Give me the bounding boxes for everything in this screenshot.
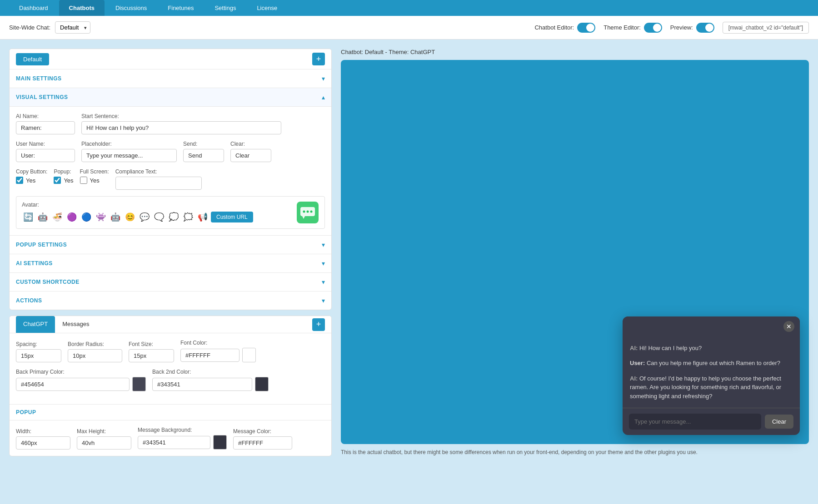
clear-label: Clear: (230, 141, 271, 147)
avatar-icon-3[interactable]: 🟣 (65, 211, 78, 223)
chat-text-input[interactable] (629, 414, 761, 430)
shortcode-box: [mwai_chatbot_v2 id="default"] (723, 22, 809, 34)
theme-tab-messages[interactable]: Messages (55, 316, 96, 333)
ai-name-row: AI Name: Start Sentence: (16, 113, 325, 134)
chatbot-card-header: Default + (10, 49, 331, 69)
font-color-input[interactable] (180, 349, 239, 362)
avatar-icon-11[interactable]: 🗯️ (182, 211, 195, 223)
back-primary-input[interactable] (16, 378, 130, 391)
max-height-input[interactable] (77, 436, 131, 450)
start-sentence-label: Start Sentence: (81, 113, 281, 119)
copy-button-checkbox[interactable] (16, 177, 23, 184)
main-settings-chevron: ▾ (322, 75, 325, 82)
visual-settings-title: VISUAL SETTINGS (16, 94, 68, 100)
avatar-icon-7[interactable]: 😊 (124, 211, 136, 223)
spacing-group: Spacing: (16, 341, 61, 362)
width-input[interactable] (16, 436, 70, 450)
user-role-label: User: (630, 360, 645, 366)
popup-settings-row[interactable]: POPUP SETTINGS ▾ (10, 236, 331, 254)
preview-note: This is the actual chatbot, but there mi… (341, 449, 809, 456)
avatar-left: Avatar: 🔄 🤖 🍜 🟣 🔵 👾 🤖 😊 💬 🗨️ (22, 202, 253, 223)
svg-point-4 (310, 211, 313, 213)
avatar-icon-0[interactable]: 🔄 (22, 211, 35, 223)
chat-messages: AI: Hi! How can I help you? User: Can yo… (623, 336, 800, 408)
clear-input[interactable] (230, 149, 271, 162)
msg-bg-input[interactable] (138, 436, 210, 449)
theme-tab-chatgpt[interactable]: ChatGPT (16, 316, 55, 333)
chat-clear-button[interactable]: Clear (765, 415, 793, 429)
custom-url-button[interactable]: Custom URL (211, 212, 253, 222)
chat-close-button[interactable]: ✕ (783, 321, 794, 332)
user-name-input[interactable] (16, 149, 75, 162)
avatar-icon-1[interactable]: 🤖 (36, 211, 49, 223)
nav-tab-dashboard[interactable]: Dashboard (9, 0, 58, 16)
font-color-preview[interactable] (242, 348, 256, 362)
theme-editor-toggle[interactable] (644, 23, 662, 33)
back-2nd-input[interactable] (152, 378, 252, 391)
nav-tab-finetunes[interactable]: Finetunes (158, 0, 204, 16)
user-msg-text: Can you help me figure out which Ramen t… (647, 360, 780, 366)
popup-checkbox-group: Yes (54, 177, 73, 184)
main-settings-row[interactable]: MAIN SETTINGS ▾ (10, 69, 331, 88)
site-bar: Site-Wide Chat: Default Chatbot Editor: … (0, 16, 818, 40)
default-tab[interactable]: Default (16, 53, 49, 65)
preview-toggle[interactable] (696, 23, 714, 33)
compliance-text-input[interactable] (115, 177, 202, 190)
width-group: Width: (16, 428, 70, 450)
site-wide-select[interactable]: Default (55, 21, 90, 34)
max-height-label: Max Height: (77, 428, 131, 435)
chatbot-editor-toggle[interactable] (577, 23, 595, 33)
back-primary-preview[interactable] (132, 377, 146, 391)
nav-tab-discussions[interactable]: Discussions (105, 0, 157, 16)
send-input[interactable] (183, 149, 224, 162)
font-size-label: Font Size: (129, 341, 174, 347)
actions-title: ACTIONS (16, 297, 42, 304)
add-theme-button[interactable]: + (312, 318, 325, 331)
copy-button-checkbox-group: Yes (16, 177, 47, 184)
popup-checkbox[interactable] (54, 177, 61, 184)
nav-tab-license[interactable]: License (247, 0, 287, 16)
visual-settings-row[interactable]: VISUAL SETTINGS ▴ (10, 88, 331, 107)
avatar-icon-12[interactable]: 📢 (196, 211, 209, 223)
avatar-icon-6[interactable]: 🤖 (109, 211, 122, 223)
avatar-icon-2[interactable]: 🍜 (51, 211, 64, 223)
font-size-input[interactable] (129, 349, 174, 362)
compliance-text-group: Compliance Text: (115, 168, 202, 190)
main-content: Default + MAIN SETTINGS ▾ VISUAL SETTING… (0, 40, 818, 465)
ai-settings-row[interactable]: AI SETTINGS ▾ (10, 254, 331, 273)
spacing-input[interactable] (16, 349, 61, 362)
site-bar-right: Chatbot Editor: Theme Editor: Preview: [… (534, 22, 809, 34)
avatar-icon-5[interactable]: 👾 (95, 211, 107, 223)
nav-tab-chatbots[interactable]: Chatbots (59, 0, 105, 16)
chat-ai-greeting: AI: Hi! How can I help you? (630, 344, 793, 353)
start-sentence-input[interactable] (81, 121, 281, 134)
placeholder-input[interactable] (81, 149, 177, 162)
avatar-icon-9[interactable]: 🗨️ (153, 211, 165, 223)
avatar-icon-10[interactable]: 💭 (167, 211, 180, 223)
popup-yes: Yes (64, 177, 73, 184)
full-screen-label: Full Screen: (80, 168, 109, 175)
avatar-icon-4[interactable]: 🔵 (80, 211, 93, 223)
font-size-group: Font Size: (129, 341, 174, 362)
ai-name-group: AI Name: (16, 113, 75, 134)
popup-fields: Width: Max Height: Message Background: M… (10, 420, 331, 456)
back-2nd-preview[interactable] (255, 377, 269, 391)
visual-settings-chevron: ▴ (322, 94, 325, 101)
border-radius-label: Border Radius: (68, 341, 122, 347)
border-radius-input[interactable] (68, 349, 122, 362)
site-wide-chat-label: Site-Wide Chat: (9, 24, 50, 31)
msg-color-input[interactable] (233, 436, 292, 450)
ai-name-label: AI Name: (16, 113, 75, 119)
font-color-label: Font Color: (180, 340, 256, 346)
full-screen-checkbox[interactable] (80, 177, 87, 184)
avatar-icon-8[interactable]: 💬 (138, 211, 151, 223)
actions-row[interactable]: ACTIONS ▾ (10, 292, 331, 310)
nav-tab-settings[interactable]: Settings (204, 0, 246, 16)
add-chatbot-button[interactable]: + (312, 53, 325, 65)
custom-shortcode-row[interactable]: CUSTOM SHORTCODE ▾ (10, 273, 331, 292)
avatar-icons: 🔄 🤖 🍜 🟣 🔵 👾 🤖 😊 💬 🗨️ 💭 🗯️ (22, 211, 253, 223)
custom-shortcode-title: CUSTOM SHORTCODE (16, 279, 80, 285)
ai-name-input[interactable] (16, 121, 75, 134)
back-primary-group: Back Primary Color: (16, 369, 146, 391)
msg-bg-preview[interactable] (213, 435, 227, 450)
